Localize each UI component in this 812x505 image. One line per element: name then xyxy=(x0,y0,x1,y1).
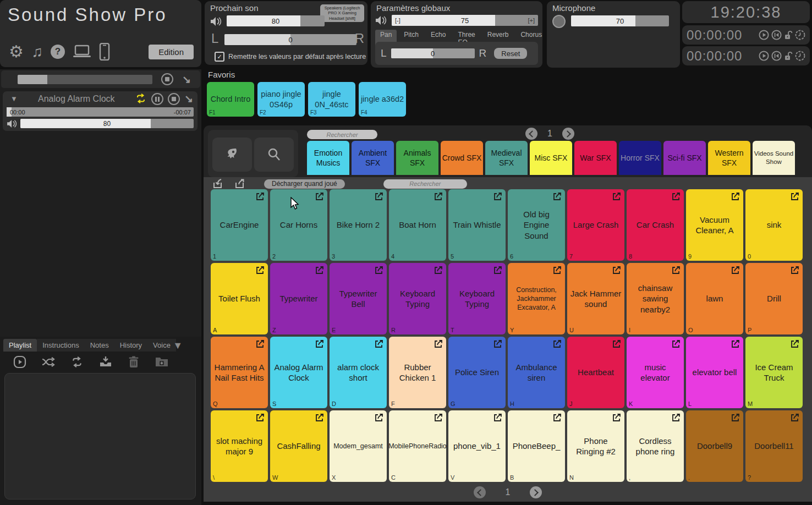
export-icon[interactable] xyxy=(671,191,682,202)
unload-when-played-button[interactable]: Décharger quand joué xyxy=(264,179,345,189)
export-icon[interactable] xyxy=(611,412,622,423)
play-icon[interactable] xyxy=(759,30,769,40)
favorite-tile[interactable]: piano jingle 0S46pF2 xyxy=(257,82,305,117)
sound-tile[interactable]: Old big Engine Sound6 xyxy=(508,189,565,261)
export-icon[interactable] xyxy=(671,265,682,276)
output-device-button[interactable]: Speakers (Logitech PRO X Gaming Headset … xyxy=(320,4,364,22)
board-search-input[interactable] xyxy=(383,179,467,189)
play-icon[interactable] xyxy=(13,355,26,369)
sound-tile[interactable]: PhoneBeep_B xyxy=(508,410,565,482)
gear-icon[interactable]: ⚙ xyxy=(9,43,24,60)
category-tab[interactable]: War SFX xyxy=(574,141,617,175)
fade-out-icon[interactable]: ↘ xyxy=(184,94,193,104)
export-icon[interactable] xyxy=(789,265,800,276)
shuffle-icon[interactable] xyxy=(41,356,56,368)
export-icon[interactable] xyxy=(611,191,622,202)
reset-button[interactable]: Reset xyxy=(494,48,527,59)
trash-icon[interactable] xyxy=(128,355,140,369)
sound-tile[interactable]: phone_vib_1V xyxy=(448,410,506,482)
sound-tile[interactable]: Bike Horn 23 xyxy=(330,189,387,261)
export-icon[interactable] xyxy=(789,338,800,349)
sound-tile[interactable]: CarEngine1 xyxy=(211,189,268,261)
music-icon[interactable]: ♫ xyxy=(31,44,43,59)
next-balance-slider[interactable]: 0 xyxy=(224,34,356,45)
collapse-icon[interactable]: ▼ xyxy=(10,95,18,103)
export-icon[interactable] xyxy=(374,412,385,423)
player-volume-slider[interactable]: 80 xyxy=(20,119,194,128)
export-icon[interactable] xyxy=(730,338,741,349)
sound-tile[interactable]: HeartbeatJ xyxy=(567,337,624,408)
sound-tile[interactable]: Boat Horn4 xyxy=(389,189,446,261)
sound-tile[interactable]: Modem_gesamtX xyxy=(330,410,387,482)
skip-start-icon[interactable] xyxy=(771,51,782,61)
volume-minus-label[interactable]: [-] xyxy=(395,15,400,26)
export-icon[interactable] xyxy=(314,338,325,349)
sound-tile[interactable]: Construction, Jackhammer Excavator, AY xyxy=(508,263,565,334)
category-tab[interactable]: Medieval SFX xyxy=(485,141,528,175)
category-tab[interactable]: Videos Sound Show xyxy=(753,141,795,175)
unlock-icon[interactable] xyxy=(784,51,793,61)
sound-tile[interactable]: sink0 xyxy=(745,189,803,261)
import-icon[interactable] xyxy=(212,178,224,189)
export-icon[interactable] xyxy=(789,191,800,202)
export-icon[interactable] xyxy=(492,265,503,276)
panel-tab-instructions[interactable]: Instructions xyxy=(37,339,84,352)
export-icon[interactable] xyxy=(433,265,444,276)
sound-tile[interactable]: Keyboard TypingT xyxy=(448,263,506,334)
category-tab[interactable]: Ambient SFX xyxy=(352,141,394,175)
master-slider[interactable] xyxy=(18,75,152,84)
global-volume-slider[interactable]: [-] 75 [+] xyxy=(392,15,538,26)
mic-toggle[interactable] xyxy=(552,15,566,28)
sound-tile[interactable]: lawnO xyxy=(686,263,743,334)
skip-start-icon[interactable] xyxy=(771,30,782,40)
export-icon[interactable] xyxy=(552,265,563,276)
laptop-icon[interactable] xyxy=(73,45,91,59)
sound-tile[interactable]: Keyboard TypingR xyxy=(389,263,446,334)
export-icon[interactable] xyxy=(374,191,385,202)
export-icon[interactable] xyxy=(611,265,622,276)
sound-tile[interactable]: Vacuum Cleaner, A9 xyxy=(686,189,743,261)
export-icon[interactable] xyxy=(552,338,563,349)
sound-tile[interactable]: Analog Alarm ClockS xyxy=(270,337,327,408)
sound-tile[interactable]: Police SirenG xyxy=(448,337,506,408)
repeat-icon[interactable] xyxy=(70,356,84,368)
category-tab[interactable]: Horror SFX xyxy=(619,141,661,175)
sound-tile[interactable]: DrillP xyxy=(745,263,803,334)
sound-tile[interactable]: chainsaw sawing nearby2I xyxy=(627,263,684,334)
export-icon[interactable] xyxy=(433,412,444,423)
sound-tile[interactable]: Doorbell11? xyxy=(745,410,803,482)
favorite-tile[interactable]: Chord IntroF1 xyxy=(207,82,254,117)
sound-tile[interactable]: CashFallingW xyxy=(270,410,327,482)
loop-icon[interactable] xyxy=(135,93,147,104)
sound-tile[interactable]: Typewriter BellE xyxy=(330,263,387,334)
reset-defaults-checkbox[interactable]: ✓ xyxy=(215,52,224,62)
category-tab[interactable]: Animals SFX xyxy=(396,141,438,175)
play-icon[interactable] xyxy=(759,51,769,61)
sound-tile[interactable]: Cordless phone ring, xyxy=(627,410,684,482)
sound-tile[interactable]: slot maching major 9\ xyxy=(211,410,268,482)
sound-tile[interactable]: MobilePhoneRadioC xyxy=(389,410,446,482)
export-icon[interactable] xyxy=(255,338,266,349)
stop-button[interactable] xyxy=(168,93,180,105)
next-page-button[interactable] xyxy=(562,128,574,140)
export-icon[interactable] xyxy=(492,191,503,202)
sound-tile[interactable]: Large Crash7 xyxy=(567,189,624,261)
favorite-tile[interactable]: jingle 0N_46stcF3 xyxy=(308,82,355,117)
favorite-tile[interactable]: jingle a36d2F4 xyxy=(359,82,406,117)
sound-tile[interactable]: Phone Ringing #2N xyxy=(567,410,624,482)
panel-tab-history[interactable]: History xyxy=(114,339,147,352)
inbox-download-icon[interactable] xyxy=(98,355,113,369)
prev-page-button[interactable] xyxy=(474,486,486,498)
volume-plus-label[interactable]: [+] xyxy=(528,15,535,26)
sound-tile[interactable]: Ice Cream TruckM xyxy=(745,337,803,408)
category-tab[interactable]: Crowd SFX xyxy=(441,141,483,175)
prev-page-button[interactable] xyxy=(525,128,537,140)
phone-icon[interactable] xyxy=(99,43,110,61)
category-tab[interactable]: Western SFX xyxy=(708,141,750,175)
export-icon[interactable] xyxy=(671,412,682,423)
export-icon[interactable] xyxy=(433,191,444,202)
export-icon[interactable] xyxy=(730,412,741,423)
sound-tile[interactable]: elevator bellL xyxy=(686,337,743,408)
mic-volume-slider[interactable]: 70 xyxy=(571,15,669,26)
cart-rocket-button[interactable] xyxy=(212,138,252,172)
